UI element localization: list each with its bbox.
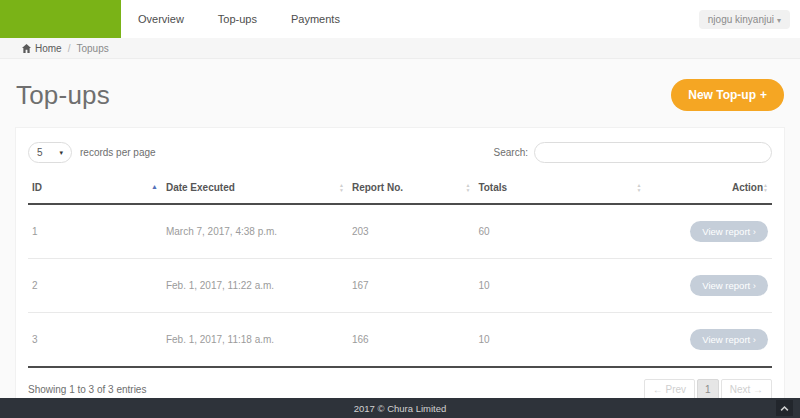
cell-totals: 10	[474, 313, 645, 368]
cell-report-no: 167	[348, 259, 474, 313]
nav-item-topups[interactable]: Top-ups	[201, 0, 274, 38]
next-page-button[interactable]: Next →	[721, 379, 772, 400]
view-report-button[interactable]: View report ›	[690, 275, 768, 296]
entries-summary: Showing 1 to 3 of 3 entries	[28, 384, 146, 395]
records-per-page-label: records per page	[80, 147, 156, 158]
footer: 2017 © Chura Limited	[0, 398, 800, 418]
brand-logo[interactable]	[0, 0, 121, 38]
sort-icon: ▲▼	[637, 183, 642, 192]
breadcrumb-current: Topups	[76, 43, 108, 54]
plus-icon: +	[760, 88, 767, 102]
cell-report-no: 166	[348, 313, 474, 368]
new-topup-button[interactable]: New Top-up+	[671, 79, 784, 111]
sort-icon: ▲▼	[339, 183, 344, 192]
table-row: 3 Feb. 1, 2017, 11:18 a.m. 166 10 View r…	[28, 313, 772, 368]
nav-links: Overview Top-ups Payments	[121, 0, 357, 38]
chevron-up-icon	[780, 405, 789, 412]
nav-item-payments[interactable]: Payments	[274, 0, 357, 38]
caret-down-icon: ▾	[59, 149, 63, 157]
topups-table: ID ▲ Date Executed ▲▼ Report No. ▲▼ Tota…	[28, 176, 772, 368]
search-control: Search:	[494, 142, 772, 163]
page-header: Top-ups New Top-up+	[0, 59, 800, 119]
breadcrumb-separator: /	[68, 43, 71, 54]
breadcrumb: Home / Topups	[0, 38, 800, 59]
copyright-text: 2017 © Chura Limited	[354, 403, 447, 414]
cell-report-no: 203	[348, 204, 474, 259]
view-report-button[interactable]: View report ›	[690, 329, 768, 350]
column-header-date-executed[interactable]: Date Executed ▲▼	[162, 176, 348, 204]
caret-down-icon: ▾	[777, 16, 781, 25]
column-header-totals[interactable]: Totals ▲▼	[474, 176, 645, 204]
home-icon	[22, 44, 31, 53]
cell-action: View report ›	[645, 259, 772, 313]
nav-item-overview[interactable]: Overview	[121, 0, 201, 38]
top-navbar: Overview Top-ups Payments njogu kinyanju…	[0, 0, 800, 38]
user-menu-dropdown[interactable]: njogu kinyanjui▾	[699, 10, 790, 29]
cell-date-executed: Feb. 1, 2017, 11:18 a.m.	[162, 313, 348, 368]
search-label: Search:	[494, 147, 528, 158]
column-header-report-no[interactable]: Report No. ▲▼	[348, 176, 474, 204]
current-page-button[interactable]: 1	[697, 379, 719, 400]
table-footer: Showing 1 to 3 of 3 entries ← Prev 1 Nex…	[28, 368, 772, 400]
table-controls: 5▾ records per page Search:	[28, 142, 772, 163]
user-menu-label: njogu kinyanjui	[708, 14, 774, 25]
topups-table-card: 5▾ records per page Search: ID ▲ Date Ex…	[15, 127, 785, 411]
column-header-id[interactable]: ID ▲	[28, 176, 162, 204]
page-size-value: 5	[37, 147, 43, 158]
page-size-select[interactable]: 5▾	[28, 142, 72, 163]
new-topup-label: New Top-up	[688, 88, 756, 102]
cell-action: View report ›	[645, 313, 772, 368]
prev-page-button[interactable]: ← Prev	[644, 379, 695, 400]
scroll-to-top-button[interactable]	[776, 400, 793, 416]
sort-icon: ▲▼	[465, 183, 470, 192]
table-row: 2 Feb. 1, 2017, 11:22 a.m. 167 10 View r…	[28, 259, 772, 313]
cell-action: View report ›	[645, 204, 772, 259]
sort-icon: ▲▼	[763, 183, 768, 192]
cell-totals: 10	[474, 259, 645, 313]
cell-totals: 60	[474, 204, 645, 259]
page-title: Top-ups	[16, 80, 110, 111]
view-report-button[interactable]: View report ›	[690, 221, 768, 242]
sort-asc-icon: ▲	[151, 183, 158, 190]
cell-date-executed: Feb. 1, 2017, 11:22 a.m.	[162, 259, 348, 313]
column-header-action[interactable]: ▲▼ Action	[645, 176, 772, 204]
table-row: 1 March 7, 2017, 4:38 p.m. 203 60 View r…	[28, 204, 772, 259]
cell-id: 3	[28, 313, 162, 368]
table-header-row: ID ▲ Date Executed ▲▼ Report No. ▲▼ Tota…	[28, 176, 772, 204]
page-size-control: 5▾ records per page	[28, 142, 156, 163]
search-input[interactable]	[534, 142, 772, 163]
cell-id: 1	[28, 204, 162, 259]
cell-date-executed: March 7, 2017, 4:38 p.m.	[162, 204, 348, 259]
breadcrumb-home-link[interactable]: Home	[35, 43, 62, 54]
cell-id: 2	[28, 259, 162, 313]
pagination: ← Prev 1 Next →	[644, 379, 772, 400]
